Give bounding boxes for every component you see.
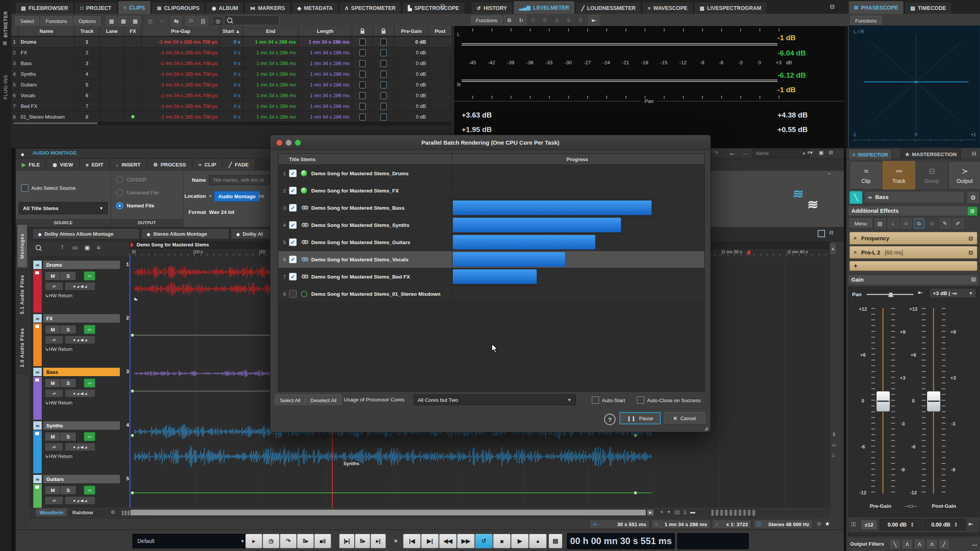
- cores-dropdown[interactable]: All Cores but Two ▼: [413, 395, 576, 405]
- paste-icon[interactable]: ⧉: [927, 218, 938, 228]
- tab-markers[interactable]: ⋈MARKERS: [245, 2, 291, 14]
- bypass-effects-button[interactable]: ⊡: [967, 207, 977, 216]
- tab-project[interactable]: ∷PROJECT: [75, 2, 117, 14]
- tab-metadata[interactable]: ◆METADATA: [292, 2, 338, 14]
- effects-menu-button[interactable]: Menu: [849, 218, 872, 228]
- to-end-icon[interactable]: ▶|: [421, 534, 439, 548]
- loop-jump-icon[interactable]: ↷: [280, 534, 297, 548]
- clip-name-cell[interactable]: 01_Stereo Mixdown: [18, 112, 75, 122]
- sidebar-tab-2-0-audio-files[interactable]: 2.0 Audio Files: [17, 321, 28, 374]
- horizontal-scrollbar[interactable]: [131, 510, 646, 515]
- gain-value-dropdown[interactable]: +3 dB | -∞▼: [929, 288, 976, 298]
- monitor-button[interactable]: ▭: [84, 325, 95, 334]
- end-cell[interactable]: 1 mn 34 s 286 ms: [243, 90, 299, 101]
- lock-checkbox[interactable]: [359, 103, 366, 110]
- location-back-icon[interactable]: ◂: [209, 193, 211, 198]
- pre-gap-cell[interactable]: -1 mn 34 s 285 ms 708 µs: [142, 112, 220, 122]
- clip-name-cell[interactable]: Synths: [18, 69, 75, 79]
- column-header-length[interactable]: Length: [299, 26, 352, 36]
- envelope-dot[interactable]: [131, 491, 134, 495]
- lock-cell[interactable]: [352, 37, 373, 47]
- select-menu-button[interactable]: Select: [15, 16, 39, 26]
- envelope-dot[interactable]: [634, 491, 637, 495]
- panel-layout-icon[interactable]: ⊟: [829, 150, 833, 155]
- mute-button[interactable]: M: [45, 271, 61, 280]
- window-icon[interactable]: ⊡: [969, 235, 973, 241]
- lock-checkbox[interactable]: [359, 92, 366, 99]
- start-cell[interactable]: 0 s: [220, 112, 243, 122]
- lock-resize-checkbox[interactable]: [381, 82, 387, 88]
- minimize-window-icon[interactable]: [286, 140, 292, 146]
- length-cell[interactable]: 1 mn 34 s 286 ms: [299, 58, 352, 68]
- reset-meters-icon[interactable]: ⇤: [588, 15, 599, 25]
- layout-tool-icon[interactable]: ▣: [85, 244, 90, 251]
- routing-button[interactable]: ⇌: [45, 282, 63, 290]
- to-start-icon[interactable]: |◀: [403, 534, 421, 548]
- fx-cell[interactable]: [124, 101, 142, 111]
- layout-b-icon[interactable]: ▯: [684, 509, 686, 515]
- end-cell[interactable]: 1 mn 34 s 286 ms: [243, 80, 299, 90]
- lock-cell[interactable]: [352, 47, 373, 58]
- pre-gain-cell[interactable]: 0 dB: [394, 58, 429, 68]
- clip-name-cell[interactable]: Vocals: [18, 90, 75, 101]
- lock-checkbox[interactable]: [359, 71, 366, 78]
- v-scroll-tri-icon[interactable]: △: [832, 452, 835, 457]
- length-cell[interactable]: 1 mn 34 s 286 ms: [299, 47, 352, 58]
- redo-icon[interactable]: ↷: [714, 150, 719, 156]
- sidebar-tab-5-1-audio-files[interactable]: 5.1 Audio Files: [17, 269, 28, 320]
- more-filters-label[interactable]: ...: [972, 540, 977, 547]
- auto-start-checkbox[interactable]: Auto-Start: [592, 396, 625, 404]
- record-arm-button[interactable]: ●◢◀◢: [65, 282, 95, 290]
- lock-icon[interactable]: [35, 486, 39, 489]
- title-stems-column-header[interactable]: Title Stems: [289, 156, 315, 162]
- menu-clip[interactable]: ≈CLIP: [193, 159, 223, 170]
- lock-cell[interactable]: [352, 80, 373, 90]
- help-button[interactable]: ?: [604, 414, 616, 425]
- panel-layout-icon[interactable]: ⊟: [972, 150, 977, 156]
- column-header-start-[interactable]: Start ▲: [220, 26, 243, 36]
- fx-cell[interactable]: [124, 37, 142, 47]
- fx-cell[interactable]: [124, 90, 142, 101]
- open-folder-icon[interactable]: ▤: [875, 218, 885, 228]
- pre-gain-cell[interactable]: 0 dB: [394, 101, 429, 111]
- stop-at-icon[interactable]: ■‖: [314, 534, 331, 548]
- collapse-chevron-icon[interactable]: ⌃: [827, 172, 831, 178]
- favorite-icon[interactable]: ★: [825, 520, 830, 527]
- render-task-row-1[interactable]: 1✓Demo Song for Mastered Stems_Drums: [278, 165, 704, 182]
- render-icon[interactable]: ▤: [549, 534, 562, 548]
- length-cell[interactable]: 1 mn 34 s 286 ms: [299, 112, 352, 122]
- share-icon[interactable]: <: [660, 509, 663, 515]
- auto-close-checkbox[interactable]: Auto-Close on Success: [637, 396, 701, 404]
- lock-checkbox[interactable]: [359, 114, 366, 121]
- phasescope-functions-button[interactable]: Functions: [850, 16, 882, 26]
- tab-spectrometer[interactable]: ΛSPECTROMETER: [339, 2, 401, 14]
- tab-levelmeter[interactable]: ▂▄▆LEVELMETER: [513, 1, 575, 14]
- pre-gap-cell[interactable]: -1 mn 34 s 285 ms 708 µs: [142, 90, 220, 101]
- menu-insert[interactable]: ↓INSERT: [110, 159, 147, 170]
- column-header-post[interactable]: Post: [429, 26, 452, 36]
- plugins-dock-tab[interactable]: PLUG-INS: [3, 57, 8, 99]
- lock-resize-checkbox[interactable]: [381, 92, 387, 99]
- end-cell[interactable]: 1 mn 34 s 286 ms: [243, 58, 299, 68]
- column-header-lock[interactable]: [352, 26, 373, 36]
- start-cell[interactable]: 0 s: [220, 58, 243, 68]
- progress-column-header[interactable]: Progress: [453, 156, 702, 162]
- clip-row-bed-fx[interactable]: 7Bed FX7-1 mn 34 s 285 ms 708 µs0 s1 mn …: [11, 101, 452, 112]
- add-effect-slot[interactable]: +: [849, 261, 977, 271]
- monitor-button[interactable]: ▭: [84, 486, 95, 495]
- lock-icon[interactable]: [35, 325, 39, 328]
- column-header-lock2[interactable]: [373, 26, 394, 36]
- scroll-up-icon[interactable]: ▲: [830, 243, 836, 255]
- refresh-icon[interactable]: ↻: [516, 15, 526, 25]
- clip-name-cell[interactable]: Bed FX: [18, 101, 75, 111]
- favorite-add-icon[interactable]: ☆: [817, 520, 822, 527]
- auto-select-source-checkbox[interactable]: Auto Select Source: [21, 184, 76, 192]
- track-name[interactable]: Drums: [43, 261, 120, 269]
- flag-icon[interactable]: ⚐: [186, 16, 196, 26]
- start-cell[interactable]: 0 s: [220, 101, 243, 111]
- start-cell[interactable]: 0 s: [220, 69, 243, 79]
- clip-row-synths[interactable]: 4Synths4-1 mn 34 s 285 ms 708 µs0 s1 mn …: [11, 69, 452, 80]
- window-icon[interactable]: ⊡: [969, 249, 973, 256]
- lock-resize-cell[interactable]: [373, 37, 394, 47]
- end-cell[interactable]: 1 mn 34 s 286 ms: [243, 47, 299, 58]
